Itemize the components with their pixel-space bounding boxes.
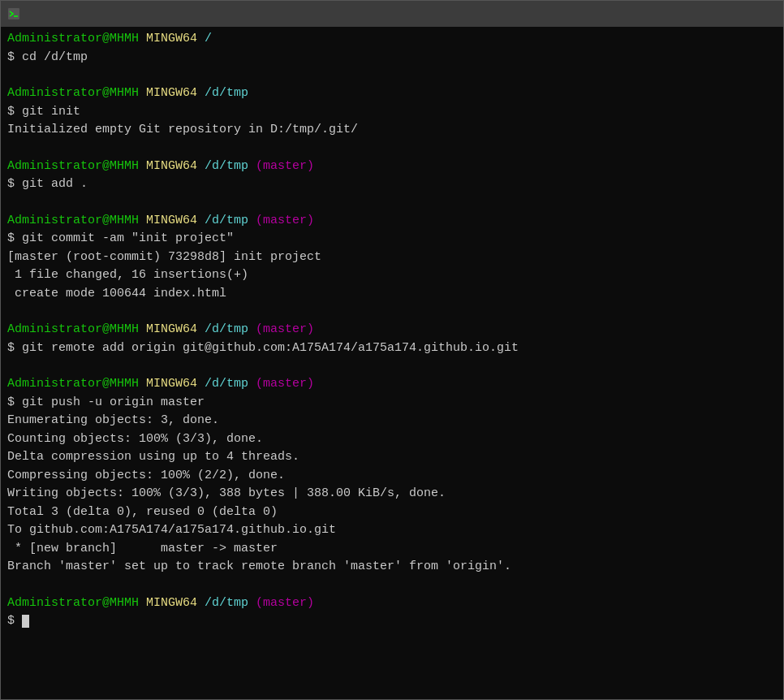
empty-line [7, 303, 777, 321]
cursor [22, 615, 29, 628]
prompt-user: Administrator@MHMH [7, 159, 139, 173]
output-line: Initialized empty Git repository in D:/t… [7, 121, 777, 140]
titlebar [1, 1, 783, 27]
prompt-line: Administrator@MHMH MINGW64 /d/tmp (maste… [7, 375, 777, 394]
command-line: $ git commit -am "init project" [7, 230, 777, 248]
prompt-space [139, 322, 146, 336]
prompt-user: Administrator@MHMH [7, 596, 139, 610]
output-line: Compressing objects: 100% (2/2), done. [7, 467, 777, 486]
prompt-path: /d/tmp [205, 322, 248, 336]
prompt-space [139, 377, 146, 391]
prompt-space [139, 159, 146, 173]
empty-line [7, 194, 777, 212]
output-line: Writing objects: 100% (3/3), 388 bytes |… [7, 485, 777, 503]
prompt-space2 [197, 214, 205, 227]
output-line: create mode 100644 index.html [7, 285, 777, 304]
terminal-icon [7, 7, 20, 20]
prompt-path: /d/tmp [205, 214, 248, 227]
prompt-mingw: MINGW64 [146, 322, 197, 336]
prompt-line: Administrator@MHMH MINGW64 /d/tmp (maste… [7, 321, 777, 339]
command-line: $ git init [7, 103, 777, 122]
output-line: Total 3 (delta 0), reused 0 (delta 0) [7, 503, 777, 522]
empty-line [7, 67, 777, 84]
output-line: Delta compression using up to 4 threads. [7, 448, 777, 467]
command-line: $ cd /d/tmp [7, 49, 777, 67]
maximize-button[interactable] [707, 1, 744, 27]
output-line: [master (root-commit) 73298d8] init proj… [7, 248, 777, 267]
empty-line [7, 357, 777, 375]
prompt-branch: (master) [256, 322, 314, 336]
prompt-space3 [248, 214, 256, 227]
prompt-space [139, 86, 146, 100]
prompt-branch: (master) [256, 159, 314, 173]
titlebar-controls [668, 1, 783, 27]
output-line: * [new branch] master -> master [7, 540, 777, 559]
prompt-space2 [197, 159, 205, 173]
output-line: Branch 'master' set up to track remote b… [7, 558, 777, 577]
prompt-user: Administrator@MHMH [7, 32, 139, 45]
prompt-space3 [248, 377, 256, 391]
prompt-space3 [248, 159, 256, 173]
prompt-mingw: MINGW64 [146, 32, 197, 45]
empty-line [7, 577, 777, 594]
prompt-path: /d/tmp [205, 86, 248, 100]
prompt-mingw: MINGW64 [146, 214, 197, 227]
prompt-line: Administrator@MHMH MINGW64 / [7, 30, 777, 49]
cursor-prompt: $ [7, 614, 22, 628]
prompt-space2 [197, 86, 205, 100]
close-button[interactable] [746, 1, 783, 27]
prompt-space [139, 32, 146, 45]
output-line: Counting objects: 100% (3/3), done. [7, 430, 777, 449]
prompt-space2 [197, 596, 205, 610]
output-line: 1 file changed, 16 insertions(+) [7, 266, 777, 285]
prompt-path: /d/tmp [205, 596, 248, 610]
terminal-window: Administrator@MHMH MINGW64 /$ cd /d/tmpA… [0, 0, 784, 700]
prompt-branch: (master) [256, 214, 314, 227]
prompt-path: /d/tmp [205, 377, 248, 391]
prompt-space [139, 596, 146, 610]
prompt-user: Administrator@MHMH [7, 322, 139, 336]
prompt-space3 [248, 322, 256, 336]
prompt-path: /d/tmp [205, 159, 248, 173]
prompt-line: Administrator@MHMH MINGW64 /d/tmp (maste… [7, 158, 777, 176]
prompt-user: Administrator@MHMH [7, 214, 139, 227]
prompt-line: Administrator@MHMH MINGW64 /d/tmp [7, 84, 777, 103]
terminal-body[interactable]: Administrator@MHMH MINGW64 /$ cd /d/tmpA… [1, 27, 783, 699]
prompt-mingw: MINGW64 [146, 596, 197, 610]
minimize-button[interactable] [668, 1, 705, 27]
prompt-line: Administrator@MHMH MINGW64 /d/tmp (maste… [7, 594, 777, 613]
empty-line [7, 140, 777, 158]
output-line: To github.com:A175A174/a175a174.github.i… [7, 521, 777, 540]
prompt-mingw: MINGW64 [146, 86, 197, 100]
prompt-user: Administrator@MHMH [7, 377, 139, 391]
prompt-mingw: MINGW64 [146, 377, 197, 391]
prompt-branch: (master) [256, 596, 314, 610]
prompt-space2 [197, 377, 205, 391]
prompt-user: Administrator@MHMH [7, 86, 139, 100]
command-line: $ git push -u origin master [7, 394, 777, 413]
output-line: Enumerating objects: 3, done. [7, 412, 777, 430]
command-line: $ git add . [7, 175, 777, 194]
prompt-space [139, 214, 146, 227]
prompt-path: / [205, 32, 212, 45]
prompt-line: Administrator@MHMH MINGW64 /d/tmp (maste… [7, 212, 777, 231]
prompt-mingw: MINGW64 [146, 159, 197, 173]
prompt-space2 [197, 32, 205, 45]
cursor-line: $ [7, 612, 777, 631]
prompt-space2 [197, 322, 205, 336]
prompt-space3 [248, 596, 256, 610]
prompt-branch: (master) [256, 377, 314, 391]
command-line: $ git remote add origin git@github.com:A… [7, 339, 777, 358]
